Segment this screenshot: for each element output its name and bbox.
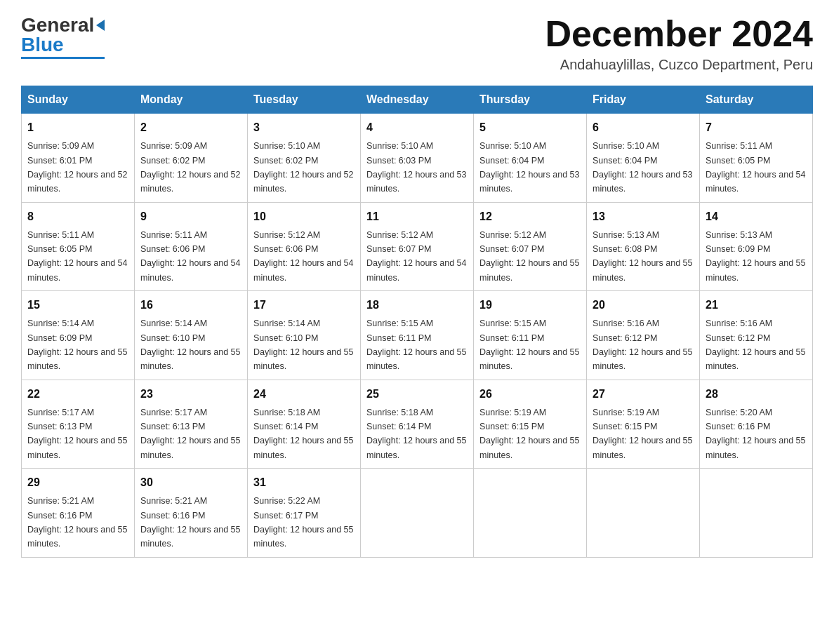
table-row: 7 Sunrise: 5:11 AMSunset: 6:05 PMDayligh… — [700, 114, 813, 203]
logo: General Blue — [21, 14, 105, 59]
day-info: Sunrise: 5:21 AMSunset: 6:16 PMDaylight:… — [27, 496, 127, 549]
day-number: 13 — [593, 208, 694, 225]
day-info: Sunrise: 5:11 AMSunset: 6:06 PMDaylight:… — [140, 230, 240, 283]
day-info: Sunrise: 5:10 AMSunset: 6:04 PMDaylight:… — [593, 141, 692, 194]
table-row: 30 Sunrise: 5:21 AMSunset: 6:16 PMDaylig… — [135, 469, 248, 558]
table-row: 27 Sunrise: 5:19 AMSunset: 6:15 PMDaylig… — [587, 380, 700, 469]
table-row: 21 Sunrise: 5:16 AMSunset: 6:12 PMDaylig… — [700, 291, 813, 380]
table-row: 20 Sunrise: 5:16 AMSunset: 6:12 PMDaylig… — [587, 291, 700, 380]
day-info: Sunrise: 5:16 AMSunset: 6:12 PMDaylight:… — [706, 318, 805, 371]
day-number: 11 — [366, 208, 468, 225]
calendar-week-row: 8 Sunrise: 5:11 AMSunset: 6:05 PMDayligh… — [22, 202, 813, 291]
table-row — [587, 469, 700, 558]
table-row: 29 Sunrise: 5:21 AMSunset: 6:16 PMDaylig… — [22, 469, 135, 558]
table-row: 19 Sunrise: 5:15 AMSunset: 6:11 PMDaylig… — [474, 291, 587, 380]
table-row: 10 Sunrise: 5:12 AMSunset: 6:06 PMDaylig… — [248, 202, 361, 291]
table-row: 13 Sunrise: 5:13 AMSunset: 6:08 PMDaylig… — [587, 202, 700, 291]
page-title: December 2024 — [545, 14, 813, 54]
day-info: Sunrise: 5:12 AMSunset: 6:07 PMDaylight:… — [479, 230, 579, 283]
day-number: 17 — [253, 297, 355, 314]
day-number: 5 — [479, 119, 581, 136]
day-number: 12 — [479, 208, 581, 225]
table-row: 9 Sunrise: 5:11 AMSunset: 6:06 PMDayligh… — [135, 202, 248, 291]
day-info: Sunrise: 5:20 AMSunset: 6:16 PMDaylight:… — [706, 408, 805, 460]
header-sunday: Sunday — [22, 86, 135, 114]
day-number: 27 — [593, 386, 694, 403]
table-row: 23 Sunrise: 5:17 AMSunset: 6:13 PMDaylig… — [135, 380, 248, 469]
day-number: 31 — [253, 474, 355, 491]
day-info: Sunrise: 5:22 AMSunset: 6:17 PMDaylight:… — [253, 496, 353, 549]
table-row: 5 Sunrise: 5:10 AMSunset: 6:04 PMDayligh… — [474, 114, 587, 203]
day-info: Sunrise: 5:17 AMSunset: 6:13 PMDaylight:… — [140, 408, 240, 460]
table-row: 22 Sunrise: 5:17 AMSunset: 6:13 PMDaylig… — [22, 380, 135, 469]
day-info: Sunrise: 5:13 AMSunset: 6:08 PMDaylight:… — [593, 230, 692, 283]
day-number: 29 — [27, 474, 128, 491]
day-number: 22 — [27, 386, 128, 403]
header-tuesday: Tuesday — [248, 86, 361, 114]
day-number: 28 — [706, 386, 807, 403]
table-row — [474, 469, 587, 558]
page-header: General Blue December 2024 Andahuaylilla… — [21, 14, 813, 73]
day-number: 25 — [366, 386, 468, 403]
day-info: Sunrise: 5:15 AMSunset: 6:11 PMDaylight:… — [479, 318, 579, 371]
day-number: 14 — [706, 208, 807, 225]
calendar-table: Sunday Monday Tuesday Wednesday Thursday… — [21, 86, 813, 558]
day-info: Sunrise: 5:11 AMSunset: 6:05 PMDaylight:… — [27, 230, 127, 283]
day-info: Sunrise: 5:12 AMSunset: 6:06 PMDaylight:… — [253, 230, 353, 283]
table-row: 31 Sunrise: 5:22 AMSunset: 6:17 PMDaylig… — [248, 469, 361, 558]
calendar-week-row: 22 Sunrise: 5:17 AMSunset: 6:13 PMDaylig… — [22, 380, 813, 469]
day-info: Sunrise: 5:10 AMSunset: 6:03 PMDaylight:… — [366, 141, 466, 194]
header-thursday: Thursday — [474, 86, 587, 114]
day-info: Sunrise: 5:09 AMSunset: 6:02 PMDaylight:… — [140, 141, 240, 194]
day-number: 16 — [140, 297, 241, 314]
table-row: 24 Sunrise: 5:18 AMSunset: 6:14 PMDaylig… — [248, 380, 361, 469]
table-row: 6 Sunrise: 5:10 AMSunset: 6:04 PMDayligh… — [587, 114, 700, 203]
table-row: 25 Sunrise: 5:18 AMSunset: 6:14 PMDaylig… — [361, 380, 474, 469]
day-info: Sunrise: 5:14 AMSunset: 6:10 PMDaylight:… — [140, 318, 240, 371]
day-number: 23 — [140, 386, 241, 403]
day-info: Sunrise: 5:09 AMSunset: 6:01 PMDaylight:… — [27, 141, 127, 194]
day-number: 26 — [479, 386, 581, 403]
table-row: 18 Sunrise: 5:15 AMSunset: 6:11 PMDaylig… — [361, 291, 474, 380]
day-info: Sunrise: 5:14 AMSunset: 6:09 PMDaylight:… — [27, 318, 127, 371]
day-number: 2 — [140, 119, 241, 136]
day-info: Sunrise: 5:21 AMSunset: 6:16 PMDaylight:… — [140, 496, 240, 549]
table-row — [361, 469, 474, 558]
day-number: 6 — [593, 119, 694, 136]
day-info: Sunrise: 5:18 AMSunset: 6:14 PMDaylight:… — [366, 408, 466, 460]
day-info: Sunrise: 5:15 AMSunset: 6:11 PMDaylight:… — [366, 318, 466, 371]
day-info: Sunrise: 5:19 AMSunset: 6:15 PMDaylight:… — [593, 408, 692, 460]
day-number: 3 — [253, 119, 355, 136]
table-row: 28 Sunrise: 5:20 AMSunset: 6:16 PMDaylig… — [700, 380, 813, 469]
logo-blue: Blue — [21, 34, 64, 56]
table-row: 26 Sunrise: 5:19 AMSunset: 6:15 PMDaylig… — [474, 380, 587, 469]
table-row: 2 Sunrise: 5:09 AMSunset: 6:02 PMDayligh… — [135, 114, 248, 203]
day-info: Sunrise: 5:19 AMSunset: 6:15 PMDaylight:… — [479, 408, 579, 460]
table-row: 12 Sunrise: 5:12 AMSunset: 6:07 PMDaylig… — [474, 202, 587, 291]
day-info: Sunrise: 5:12 AMSunset: 6:07 PMDaylight:… — [366, 230, 466, 283]
page-subtitle: Andahuaylillas, Cuzco Department, Peru — [545, 57, 813, 73]
day-number: 9 — [140, 208, 241, 225]
header-monday: Monday — [135, 86, 248, 114]
table-row: 3 Sunrise: 5:10 AMSunset: 6:02 PMDayligh… — [248, 114, 361, 203]
day-number: 7 — [706, 119, 807, 136]
day-info: Sunrise: 5:16 AMSunset: 6:12 PMDaylight:… — [593, 318, 692, 371]
day-number: 20 — [593, 297, 694, 314]
table-row: 15 Sunrise: 5:14 AMSunset: 6:09 PMDaylig… — [22, 291, 135, 380]
table-row: 4 Sunrise: 5:10 AMSunset: 6:03 PMDayligh… — [361, 114, 474, 203]
table-row: 11 Sunrise: 5:12 AMSunset: 6:07 PMDaylig… — [361, 202, 474, 291]
day-number: 24 — [253, 386, 355, 403]
calendar-week-row: 29 Sunrise: 5:21 AMSunset: 6:16 PMDaylig… — [22, 469, 813, 558]
header-wednesday: Wednesday — [361, 86, 474, 114]
table-row: 16 Sunrise: 5:14 AMSunset: 6:10 PMDaylig… — [135, 291, 248, 380]
day-number: 21 — [706, 297, 807, 314]
logo-underline — [21, 57, 105, 59]
day-number: 4 — [366, 119, 468, 136]
day-number: 10 — [253, 208, 355, 225]
day-info: Sunrise: 5:11 AMSunset: 6:05 PMDaylight:… — [706, 141, 805, 194]
table-row: 1 Sunrise: 5:09 AMSunset: 6:01 PMDayligh… — [22, 114, 135, 203]
day-number: 19 — [479, 297, 581, 314]
day-number: 1 — [27, 119, 128, 136]
header-friday: Friday — [587, 86, 700, 114]
table-row: 17 Sunrise: 5:14 AMSunset: 6:10 PMDaylig… — [248, 291, 361, 380]
